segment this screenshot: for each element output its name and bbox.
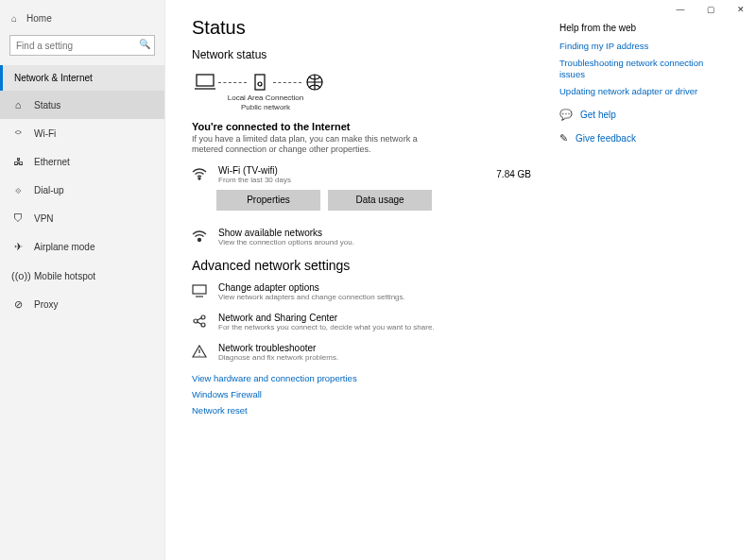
change-adapter-row[interactable]: Change adapter options View network adap… — [192, 282, 531, 301]
sidebar-item-proxy[interactable]: ⊘ Proxy — [0, 290, 164, 319]
connection-name: Wi-Fi (TV-wifi) — [218, 165, 487, 176]
minimize-button[interactable]: — — [665, 0, 696, 19]
sidebar-item-vpn[interactable]: ⛉ VPN — [0, 204, 164, 232]
sharing-icon — [192, 313, 209, 330]
vpn-icon: ⛉ — [11, 212, 25, 224]
warning-icon — [192, 343, 209, 360]
globe-icon — [301, 73, 328, 92]
connected-heading: You're connected to the Internet — [192, 121, 531, 132]
properties-button[interactable]: Properties — [216, 190, 320, 211]
show-networks-row[interactable]: Show available networks View the connect… — [192, 228, 531, 246]
get-help-row[interactable]: 💬 Get help — [559, 109, 730, 121]
search-input[interactable] — [9, 35, 155, 56]
advanced-heading: Advanced network settings — [192, 258, 531, 273]
page-title: Status — [192, 17, 531, 39]
help-heading: Help from the web — [559, 23, 730, 33]
connection-row: Wi-Fi (TV-wifi) From the last 30 days 7.… — [192, 165, 531, 184]
proxy-icon: ⊘ — [11, 298, 25, 311]
svg-point-4 — [198, 178, 200, 179]
wifi-icon: ⌔ — [11, 127, 25, 139]
connection-sub: From the last 30 days — [218, 176, 487, 184]
sidebar-home[interactable]: ⌂ Home — [0, 8, 164, 29]
link-firewall[interactable]: Windows Firewall — [192, 389, 531, 399]
home-icon: ⌂ — [11, 13, 17, 24]
give-feedback-row[interactable]: ✎ Give feedback — [559, 132, 730, 144]
svg-rect-0 — [197, 75, 214, 86]
status-icon: ⌂ — [11, 99, 25, 110]
svg-rect-6 — [193, 285, 206, 294]
dialup-icon: ⟐ — [11, 184, 25, 195]
help-panel: Help from the web Finding my IP address … — [559, 17, 730, 549]
sidebar-item-label: Airplane mode — [34, 242, 94, 252]
show-networks-sub: View the connection options around you. — [218, 238, 354, 246]
svg-point-9 — [201, 323, 205, 327]
sidebar-item-label: Dial-up — [34, 185, 64, 195]
svg-point-8 — [201, 315, 205, 319]
sidebar-item-label: VPN — [34, 213, 54, 224]
ethernet-icon: 🖧 — [11, 156, 25, 167]
network-diagram — [192, 73, 531, 92]
search-icon: 🔍 — [139, 39, 150, 49]
sidebar-item-label: Mobile hotspot — [34, 271, 95, 281]
show-networks-name: Show available networks — [218, 228, 354, 238]
section-network-status: Network status — [192, 48, 531, 61]
sidebar-item-hotspot[interactable]: ((o)) Mobile hotspot — [0, 262, 164, 290]
router-icon — [247, 73, 273, 92]
svg-point-2 — [258, 82, 262, 86]
window-controls: — ▢ ✕ — [665, 0, 756, 19]
help-icon: 💬 — [559, 109, 573, 121]
feedback-icon: ✎ — [559, 132, 568, 144]
sidebar-item-wifi[interactable]: ⌔ Wi-Fi — [0, 119, 164, 147]
diagram-line — [218, 82, 247, 83]
link-hardware-properties[interactable]: View hardware and connection properties — [192, 373, 531, 383]
pc-icon — [192, 73, 218, 92]
sidebar-item-dialup[interactable]: ⟐ Dial-up — [0, 176, 164, 204]
sidebar-item-ethernet[interactable]: 🖧 Ethernet — [0, 147, 164, 176]
diagram-line — [273, 82, 301, 83]
sidebar-item-airplane[interactable]: ✈ Airplane mode — [0, 232, 164, 262]
sidebar-item-label: Ethernet — [34, 157, 70, 167]
troubleshooter-row[interactable]: Network troubleshooter Diagnose and fix … — [192, 343, 531, 362]
help-link-troubleshoot[interactable]: Troubleshooting network connection issue… — [559, 58, 730, 80]
main-panel: Status Network status Local Area Connect… — [192, 17, 531, 549]
link-network-reset[interactable]: Network reset — [192, 405, 531, 416]
sidebar: ⌂ Home 🔍 Network & Internet ⌂ Status ⌔ W… — [0, 0, 165, 560]
sidebar-item-label: Proxy — [34, 299, 59, 310]
wifi-signal-icon — [192, 165, 209, 182]
data-usage-button[interactable]: Data usage — [328, 190, 432, 211]
sharing-center-row[interactable]: Network and Sharing Center For the netwo… — [192, 313, 531, 331]
airplane-icon: ✈ — [11, 241, 25, 253]
adapter-icon — [192, 282, 209, 299]
svg-point-5 — [198, 238, 201, 241]
help-link-adapter[interactable]: Updating network adapter or driver — [559, 86, 730, 97]
maximize-button[interactable]: ▢ — [696, 0, 726, 19]
wifi-list-icon — [192, 228, 209, 245]
connected-info: If you have a limited data plan, you can… — [192, 134, 438, 156]
hotspot-icon: ((o)) — [11, 270, 25, 281]
help-link-ip[interactable]: Finding my IP address — [559, 41, 730, 52]
diagram-caption: Local Area Connection Public network — [209, 93, 322, 111]
sidebar-category: Network & Internet — [0, 65, 164, 91]
close-button[interactable]: ✕ — [726, 0, 756, 19]
home-label: Home — [26, 13, 52, 24]
sidebar-item-status[interactable]: ⌂ Status — [0, 91, 164, 119]
svg-point-7 — [194, 319, 198, 323]
sidebar-item-label: Wi-Fi — [34, 128, 56, 139]
connection-data-amount: 7.84 GB — [496, 165, 531, 179]
sidebar-item-label: Status — [34, 100, 60, 110]
